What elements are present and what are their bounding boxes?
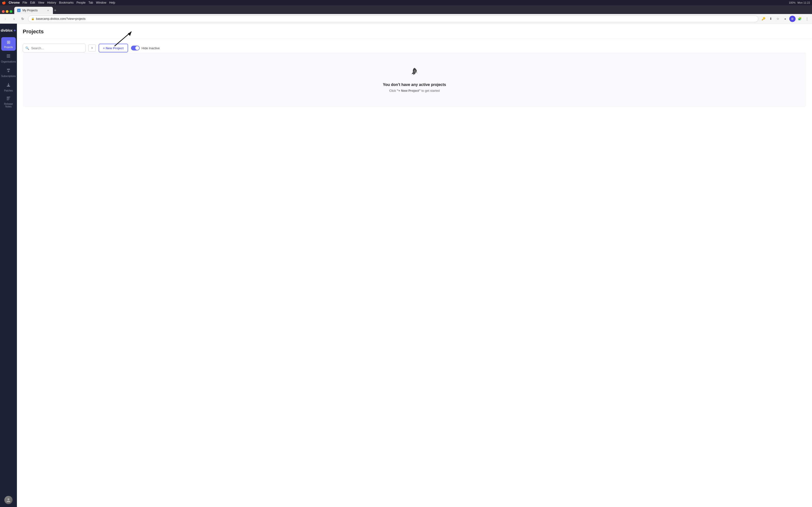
app-container: divblox✦ ⊞ Projects Organisations bbox=[0, 24, 812, 507]
logo-text: divblox bbox=[1, 29, 12, 32]
tab-bar: d My Projects × + bbox=[0, 5, 812, 14]
chrome-profile[interactable]: D bbox=[789, 16, 796, 22]
download-icon[interactable]: ⬇ bbox=[767, 16, 774, 22]
address-input[interactable]: 🔒 basecamp.divblox.com/?view=projects bbox=[28, 15, 758, 22]
more-options-btn[interactable]: ⋮ bbox=[804, 16, 810, 22]
empty-state-subtitle: Click "+ New Project" to get started bbox=[389, 89, 440, 93]
projects-icon: ⊞ bbox=[7, 40, 10, 45]
search-icon: 🔍 bbox=[26, 46, 29, 50]
menu-bookmarks[interactable]: Bookmarks bbox=[59, 1, 74, 4]
svg-rect-4 bbox=[7, 70, 10, 70]
app-name[interactable]: Chrome bbox=[9, 1, 19, 4]
rocket-icon bbox=[410, 67, 419, 79]
menu-edit[interactable]: Edit bbox=[30, 1, 35, 4]
puzzle-icon[interactable]: 🧩 bbox=[797, 16, 803, 22]
back-btn[interactable]: ‹ bbox=[2, 15, 9, 22]
menu-window[interactable]: Window bbox=[96, 1, 106, 4]
search-box: 🔍 bbox=[23, 44, 86, 52]
sidebar-label-organisations: Organisations bbox=[1, 60, 16, 63]
menu-history[interactable]: History bbox=[47, 1, 56, 4]
svg-rect-7 bbox=[7, 98, 9, 98]
sidebar-item-release-notes[interactable]: Release Notes bbox=[1, 95, 16, 109]
search-input[interactable] bbox=[31, 46, 83, 50]
svg-rect-1 bbox=[7, 56, 10, 56]
hide-inactive-toggle-container: Hide Inactive bbox=[131, 46, 160, 50]
new-project-label: + New Project bbox=[103, 46, 124, 50]
svg-rect-9 bbox=[7, 100, 9, 100]
clear-icon: × bbox=[91, 46, 93, 50]
svg-point-10 bbox=[7, 498, 9, 500]
address-bar: ‹ › ↻ 🔒 basecamp.divblox.com/?view=proje… bbox=[0, 14, 812, 24]
tab-title: My Projects bbox=[22, 9, 38, 12]
new-project-btn[interactable]: + New Project bbox=[99, 44, 128, 52]
sidebar-label-subscriptions: Subscriptions bbox=[1, 75, 16, 77]
svg-rect-2 bbox=[7, 57, 10, 57]
menu-view[interactable]: View bbox=[38, 1, 44, 4]
svg-point-12 bbox=[414, 70, 416, 72]
menu-file[interactable]: File bbox=[22, 1, 27, 4]
sidebar-item-projects[interactable]: ⊞ Projects bbox=[1, 37, 16, 51]
reload-btn[interactable]: ↻ bbox=[19, 15, 26, 22]
toggle-knob bbox=[135, 46, 139, 50]
apple-icon: 🍎 bbox=[2, 1, 6, 5]
hide-inactive-label: Hide Inactive bbox=[142, 46, 160, 50]
content-area: 🔍 × + New Project Hide Inactive bbox=[17, 39, 812, 112]
clear-search-btn[interactable]: × bbox=[89, 44, 96, 52]
empty-state: You don't have any active projects Click… bbox=[23, 52, 806, 107]
sidebar-label-release-notes: Release Notes bbox=[1, 103, 16, 108]
extension-icon1[interactable]: ● bbox=[782, 16, 788, 22]
mac-menubar: 🍎 Chrome File Edit View History Bookmark… bbox=[0, 0, 812, 5]
menu-people[interactable]: People bbox=[77, 1, 86, 4]
window-maximize-btn[interactable] bbox=[10, 10, 12, 13]
sidebar-item-organisations[interactable]: Organisations bbox=[1, 52, 16, 65]
hide-inactive-toggle[interactable] bbox=[131, 46, 140, 50]
svg-rect-3 bbox=[7, 69, 10, 69]
svg-rect-6 bbox=[7, 97, 10, 97]
browser-tab[interactable]: d My Projects × bbox=[14, 7, 53, 14]
tab-favicon: d bbox=[17, 9, 20, 12]
window-minimize-btn[interactable] bbox=[6, 10, 8, 13]
patches-icon bbox=[6, 83, 11, 89]
main-content: Projects 🔍 × + New Project bbox=[17, 24, 812, 507]
sidebar: divblox✦ ⊞ Projects Organisations bbox=[0, 24, 17, 507]
clock: Mon 11:22 bbox=[798, 1, 810, 4]
release-notes-icon bbox=[6, 96, 11, 102]
menu-tab[interactable]: Tab bbox=[89, 1, 93, 4]
forward-btn[interactable]: › bbox=[11, 15, 17, 22]
svg-rect-5 bbox=[7, 86, 10, 87]
empty-state-title: You don't have any active projects bbox=[383, 82, 446, 87]
page-title: Projects bbox=[17, 24, 812, 39]
new-tab-btn[interactable]: + bbox=[54, 8, 57, 13]
menu-help[interactable]: Help bbox=[109, 1, 115, 4]
subtitle-suffix: to get started bbox=[420, 89, 440, 93]
sidebar-label-projects: Projects bbox=[4, 46, 13, 49]
svg-rect-8 bbox=[7, 99, 10, 99]
tab-close-btn[interactable]: × bbox=[46, 8, 50, 12]
key-icon[interactable]: 🔑 bbox=[760, 16, 767, 22]
user-avatar[interactable] bbox=[4, 496, 12, 504]
svg-rect-0 bbox=[7, 55, 10, 55]
battery-status: 100% bbox=[789, 1, 796, 4]
window-close-btn[interactable] bbox=[2, 10, 5, 13]
subtitle-link: "+ New Project" bbox=[397, 89, 420, 93]
toolbar-row: 🔍 × + New Project Hide Inactive bbox=[23, 44, 806, 52]
sidebar-item-subscriptions[interactable]: Subscriptions bbox=[1, 66, 16, 80]
sidebar-label-patches: Patches bbox=[4, 89, 13, 92]
sidebar-logo: divblox✦ bbox=[1, 26, 16, 34]
organisations-icon bbox=[6, 54, 11, 59]
url-text: basecamp.divblox.com/?view=projects bbox=[36, 17, 86, 20]
star-icon[interactable]: ☆ bbox=[775, 16, 781, 22]
subscriptions-icon bbox=[6, 68, 11, 74]
logo-star: ✦ bbox=[13, 28, 16, 33]
sidebar-item-patches[interactable]: Patches bbox=[1, 80, 16, 94]
subtitle-prefix: Click bbox=[389, 89, 397, 93]
